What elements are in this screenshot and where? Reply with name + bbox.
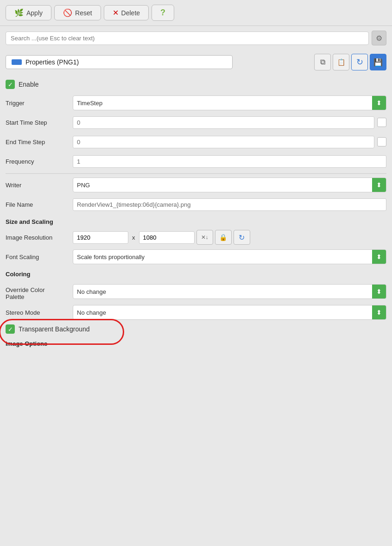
stereo-mode-value: No change [73, 307, 372, 318]
apply-icon: 🌿 [14, 8, 24, 17]
resolution-width-input[interactable] [73, 231, 128, 244]
delete-button[interactable]: ✕ Delete [104, 5, 149, 20]
search-area: ⚙ [0, 26, 392, 50]
resolution-reset-button[interactable]: ✕↓ [196, 230, 213, 245]
lock-icon: 🔒 [219, 234, 227, 241]
end-time-step-checkbox[interactable] [377, 137, 386, 146]
font-scaling-label: Font Scaling [6, 254, 73, 260]
chevron-ud-icon-2: ⬍ [376, 181, 382, 189]
refresh-icon: ↻ [356, 57, 363, 67]
paste-icon: 📋 [337, 58, 345, 66]
enable-label: Enable [19, 81, 39, 88]
stereo-mode-row: Stereo Mode No change ⬍ [6, 305, 386, 320]
trigger-label: Trigger [6, 100, 73, 107]
trigger-arrow[interactable]: ⬍ [372, 96, 386, 110]
stereo-mode-arrow[interactable]: ⬍ [372, 305, 386, 319]
start-time-step-row: Start Time Step [6, 115, 386, 130]
resolution-height-input[interactable] [139, 231, 195, 244]
writer-label: Writer [6, 182, 73, 189]
trigger-row: Trigger TimeStep ⬍ [6, 95, 386, 110]
image-options-header: Image Options [6, 340, 386, 347]
save-icon: 💾 [373, 58, 383, 67]
frequency-label: Frequency [6, 158, 73, 165]
header-actions: ⧉ 📋 ↻ 💾 [314, 54, 386, 70]
trigger-select[interactable]: TimeStep ⬍ [73, 95, 386, 110]
end-time-step-input[interactable] [73, 136, 374, 148]
override-color-label: Override Color Palette [6, 284, 73, 300]
paste-button[interactable]: 📋 [333, 54, 349, 70]
writer-row: Writer PNG ⬍ [6, 178, 386, 192]
help-button[interactable]: ? [152, 5, 174, 21]
properties-header: Properties (PNG1) ⧉ 📋 ↻ 💾 [0, 50, 392, 74]
override-color-value: No change [73, 286, 372, 298]
enable-checkbox[interactable]: ✓ [6, 80, 15, 89]
start-time-step-field-group [73, 116, 386, 129]
resolution-x-label: x [130, 234, 137, 241]
delete-label: Delete [121, 9, 140, 17]
chevron-ud-icon: ⬍ [376, 99, 382, 107]
enable-row: ✓ Enable [6, 80, 386, 89]
coloring-header: Coloring [6, 271, 386, 278]
properties-title-box: Properties (PNG1) [6, 55, 233, 69]
size-scaling-header: Size and Scaling [6, 218, 386, 225]
delete-icon: ✕ [113, 8, 119, 17]
transparent-bg-checkbox[interactable]: ✓ [6, 324, 15, 334]
stereo-mode-select[interactable]: No change ⬍ [73, 305, 386, 320]
frequency-input[interactable] [73, 155, 386, 168]
apply-label: Apply [26, 9, 43, 17]
apply-button[interactable]: 🌿 Apply [6, 5, 51, 20]
resolution-refresh-button[interactable]: ↻ [234, 230, 250, 245]
transparent-bg-checkmark-icon: ✓ [8, 326, 13, 333]
image-resolution-label: Image Resolution [6, 234, 73, 241]
resolution-inputs: x ✕↓ 🔒 ↻ [73, 230, 386, 245]
override-color-row: Override Color Palette No change ⬍ [6, 282, 386, 300]
font-scaling-row: Font Scaling Scale fonts proportionally … [6, 249, 386, 264]
refresh-button[interactable]: ↻ [351, 54, 368, 70]
font-scaling-select[interactable]: Scale fonts proportionally ⬍ [73, 249, 386, 264]
frequency-row: Frequency [6, 154, 386, 169]
override-color-arrow[interactable]: ⬍ [372, 285, 386, 298]
copy-icon: ⧉ [320, 58, 325, 66]
x-down-icon: ✕↓ [201, 234, 209, 241]
file-name-input[interactable] [73, 198, 386, 211]
properties-color-icon [12, 59, 22, 65]
refresh-icon-2: ↻ [239, 233, 245, 242]
override-color-select[interactable]: No change ⬍ [73, 284, 386, 299]
toolbar: 🌿 Apply 🚫 Reset ✕ Delete ? [0, 0, 392, 26]
end-time-step-field-group [73, 136, 386, 148]
stereo-mode-label: Stereo Mode [6, 309, 73, 316]
writer-value: PNG [73, 179, 372, 191]
search-input[interactable] [6, 32, 369, 45]
divider-1 [6, 173, 386, 174]
main-content: ✓ Enable Trigger TimeStep ⬍ Start Time S… [0, 74, 392, 359]
resolution-lock-button[interactable]: 🔒 [215, 230, 232, 245]
trigger-value: TimeStep [73, 97, 372, 109]
font-scaling-arrow[interactable]: ⬍ [372, 250, 386, 264]
transparent-bg-label: Transparent Background [19, 325, 90, 333]
checkmark-icon: ✓ [8, 81, 13, 88]
chevron-ud-icon-3: ⬍ [376, 253, 382, 260]
transparent-bg-row: ✓ Transparent Background [6, 324, 386, 334]
start-time-step-input[interactable] [73, 116, 374, 129]
copy-button[interactable]: ⧉ [314, 54, 331, 70]
reset-button[interactable]: 🚫 Reset [54, 5, 101, 20]
writer-arrow[interactable]: ⬍ [372, 178, 386, 192]
chevron-ud-icon-4: ⬍ [376, 288, 382, 295]
gear-icon: ⚙ [376, 34, 382, 43]
chevron-ud-icon-5: ⬍ [376, 309, 382, 316]
file-name-label: File Name [6, 201, 73, 208]
properties-title: Properties (PNG1) [25, 58, 79, 66]
reset-icon: 🚫 [63, 8, 72, 17]
start-time-step-checkbox[interactable] [377, 118, 386, 127]
transparent-bg-container: ✓ Transparent Background [6, 324, 386, 334]
writer-select[interactable]: PNG ⬍ [73, 178, 386, 192]
end-time-step-label: End Time Step [6, 139, 73, 146]
reset-label: Reset [75, 9, 92, 17]
file-name-row: File Name [6, 197, 386, 212]
save-button[interactable]: 💾 [370, 54, 386, 70]
search-settings-button[interactable]: ⚙ [372, 31, 386, 45]
help-icon: ? [160, 8, 165, 18]
end-time-step-row: End Time Step [6, 134, 386, 149]
font-scaling-value: Scale fonts proportionally [73, 251, 372, 263]
image-resolution-row: Image Resolution x ✕↓ 🔒 ↻ [6, 230, 386, 245]
